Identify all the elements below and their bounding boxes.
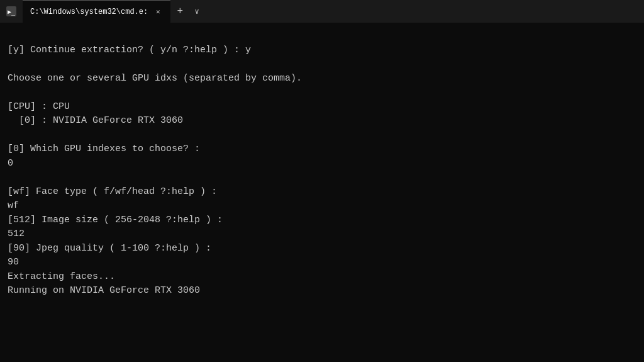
terminal-line [8, 57, 636, 72]
tab-title: C:\Windows\system32\cmd.e: [30, 8, 148, 16]
terminal-line: 512 [8, 227, 636, 242]
terminal-line: [512] Image size ( 256-2048 ?:help ) : [8, 213, 636, 228]
terminal-line: [CPU] : CPU [8, 100, 636, 115]
terminal-line [8, 86, 636, 100]
terminal-line: 0 [8, 157, 636, 171]
terminal-line: [0] Which GPU indexes to choose? : [8, 142, 636, 157]
terminal-line: [0] : NVIDIA GeForce RTX 3060 [8, 114, 636, 128]
terminal-line: Running on NVIDIA GeForce RTX 3060 [8, 284, 636, 298]
tab-close-button[interactable]: ✕ [153, 7, 163, 17]
dropdown-button[interactable]: ∨ [189, 4, 204, 19]
terminal-line: wf [8, 199, 636, 213]
terminal-output[interactable]: [y] Continue extraction? ( y/n ?:help ) … [0, 23, 644, 362]
terminal-line [8, 128, 636, 143]
active-tab[interactable]: C:\Windows\system32\cmd.e: ✕ [23, 0, 170, 23]
terminal-line: Extracting faces... [8, 270, 636, 285]
terminal-line: [wf] Face type ( f/wf/head ?:help ) : [8, 185, 636, 200]
app-icon: ▶_ [5, 5, 18, 18]
terminal-line: [y] Continue extraction? ( y/n ?:help ) … [8, 43, 636, 58]
terminal-line: Choose one or several GPU idxs (separate… [8, 72, 636, 86]
svg-text:▶_: ▶_ [8, 8, 16, 16]
terminal-line: 90 [8, 256, 636, 270]
terminal-line [8, 171, 636, 185]
titlebar: ▶_ C:\Windows\system32\cmd.e: ✕ + ∨ [0, 0, 644, 23]
new-tab-button[interactable]: + [170, 2, 189, 21]
terminal-line: [90] Jpeg quality ( 1-100 ?:help ) : [8, 242, 636, 256]
